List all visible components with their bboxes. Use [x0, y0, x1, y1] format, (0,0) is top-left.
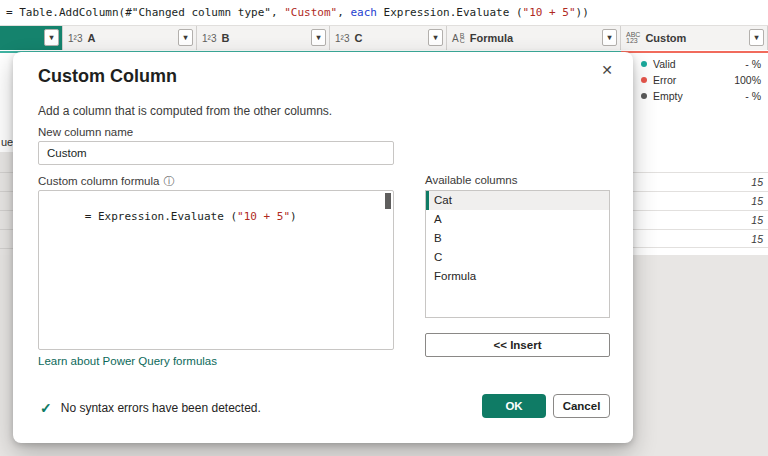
whole-number-type-icon: 1²3 [202, 33, 216, 44]
ok-button[interactable]: OK [482, 394, 546, 418]
column-header-c[interactable]: 1²3 C ▾ [330, 26, 447, 50]
quality-empty-row: Empty - % [637, 88, 765, 104]
available-columns-list: Cat A B C Formula [425, 190, 610, 318]
close-icon[interactable]: ✕ [597, 60, 617, 80]
quality-error-row: Error 100% [637, 72, 765, 88]
list-item-c[interactable]: C [426, 248, 609, 267]
filter-dropdown-icon[interactable]: ▾ [311, 29, 326, 46]
scrollbar-thumb[interactable] [385, 193, 391, 209]
dialog-title: Custom Column [38, 66, 177, 87]
custom-formula-editor[interactable]: = Expression.Evaluate ("10 + 5") [38, 190, 394, 350]
list-item-b[interactable]: B [426, 229, 609, 248]
quality-valid-row: Valid - % [637, 56, 765, 72]
column-header-formula[interactable]: ABC Formula ▾ [447, 26, 621, 50]
insert-button[interactable]: << Insert [425, 333, 610, 357]
column-quality-card: Valid - % Error 100% Empty - % [637, 56, 765, 104]
valid-dot-icon [641, 61, 647, 67]
column-header-b[interactable]: 1²3 B ▾ [197, 26, 330, 50]
filter-dropdown-icon[interactable]: ▾ [428, 29, 443, 46]
cancel-button[interactable]: Cancel [553, 394, 610, 418]
whole-number-type-icon: 1²3 [335, 33, 349, 44]
available-columns-label: Available columns [425, 174, 517, 186]
dialog-subtitle: Add a column that is computed from the o… [38, 104, 332, 118]
row-divider [0, 191, 13, 192]
formula-text: = Table.AddColumn(#"Changed column type"… [6, 6, 589, 19]
status-text: No syntax errors have been detected. [61, 401, 261, 415]
formula-bar[interactable]: = Table.AddColumn(#"Changed column type"… [0, 0, 768, 26]
error-dot-icon [641, 77, 647, 83]
column-quality-bar-error [621, 50, 768, 53]
info-icon[interactable]: ⓘ [163, 175, 174, 187]
filter-dropdown-icon[interactable]: ▾ [178, 29, 193, 46]
learn-formulas-link[interactable]: Learn about Power Query formulas [38, 355, 217, 367]
column-header-custom[interactable]: ABC123 Custom ▾ [621, 26, 768, 50]
row-divider [0, 229, 13, 230]
power-query-editor: = Table.AddColumn(#"Changed column type"… [0, 0, 768, 456]
table-row[interactable]: 15 [633, 210, 768, 229]
filter-dropdown-icon[interactable]: ▾ [602, 29, 617, 46]
syntax-status: ✓ No syntax errors have been detected. [40, 400, 261, 416]
whole-number-type-icon: 1²3 [68, 33, 82, 44]
new-column-name-input[interactable] [38, 141, 394, 165]
row-divider [0, 210, 13, 211]
table-header-row: ▾ 1²3 A ▾ 1²3 B ▾ 1²3 C ▾ ABC Formula ▾ … [0, 26, 768, 50]
table-row[interactable]: 15 [633, 191, 768, 210]
list-item-a[interactable]: A [426, 210, 609, 229]
column-header-cat[interactable]: ▾ [0, 26, 63, 50]
column-header-a[interactable]: 1²3 A ▾ [63, 26, 197, 50]
table-row[interactable]: 15 [633, 172, 768, 191]
row-divider [0, 248, 13, 249]
custom-column-values: 15 15 15 15 [633, 172, 768, 248]
table-cell-fragment: ue [1, 136, 13, 148]
list-item-formula[interactable]: Formula [426, 267, 609, 286]
empty-dot-icon [641, 93, 647, 99]
list-item-cat[interactable]: Cat [426, 191, 609, 210]
custom-column-preview: Valid - % Error 100% Empty - % 15 15 15 … [633, 53, 768, 255]
table-row[interactable]: 15 [633, 229, 768, 248]
row-divider [0, 172, 13, 173]
filter-dropdown-icon[interactable]: ▾ [44, 29, 59, 46]
check-icon: ✓ [40, 400, 52, 416]
formula-label: Custom column formulaⓘ [38, 174, 174, 189]
filter-dropdown-icon[interactable]: ▾ [749, 29, 764, 46]
new-column-name-label: New column name [38, 126, 133, 138]
any-type-icon: ABC123 [626, 32, 640, 44]
selected-column-rows [0, 152, 13, 255]
custom-column-dialog: ✕ Custom Column Add a column that is com… [13, 52, 633, 443]
text-type-icon: ABC [452, 33, 465, 44]
